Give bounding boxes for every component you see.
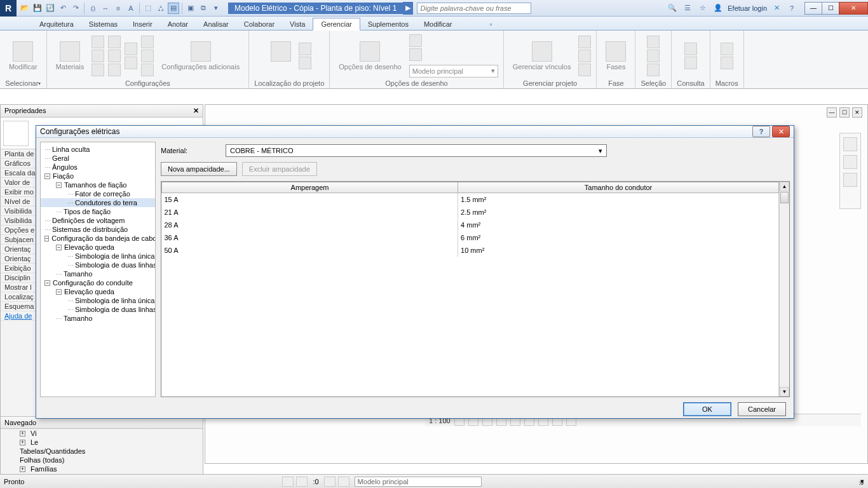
grid-scrollbar[interactable]: ▲ ▼ — [779, 182, 789, 396]
expand-icon[interactable]: − — [44, 173, 50, 179]
project-info-icon[interactable] — [92, 64, 104, 76]
col-conductor-size[interactable]: Tamanho do condutor — [458, 182, 779, 193]
tree-node[interactable]: ⋯Tipos de fiação — [41, 207, 155, 216]
help-icon[interactable]: ? — [786, 3, 797, 14]
coords-icon[interactable] — [299, 43, 311, 55]
browser-item[interactable]: Folhas (todas) — [1, 456, 203, 464]
main-model-combo[interactable]: Modelo principal▾ — [409, 65, 498, 78]
tree-node[interactable]: −Fiação — [41, 172, 155, 180]
panel-template-icon[interactable] — [141, 64, 154, 76]
tree-node[interactable]: ⋯Geral — [41, 154, 155, 163]
grid-row[interactable]: 36 A6 mm² — [162, 231, 779, 244]
align-icon[interactable]: ≡ — [112, 3, 124, 14]
expand-icon[interactable]: − — [56, 182, 62, 188]
login-link[interactable]: Efetuar login — [728, 4, 767, 12]
ok-button[interactable]: OK — [683, 402, 731, 416]
expand-icon[interactable]: − — [44, 236, 49, 241]
view-minimize-icon[interactable]: — — [827, 107, 837, 118]
manage-images-icon[interactable] — [578, 36, 591, 48]
dimension-icon[interactable]: ↔ — [100, 3, 111, 14]
selection-icon-3[interactable] — [647, 64, 660, 76]
tab-suplementos[interactable]: Suplementos — [360, 18, 416, 30]
open-icon[interactable]: 📂 — [19, 3, 31, 14]
cell-conductor-size[interactable]: 1.5 mm² — [458, 193, 779, 206]
maximize-button[interactable]: ☐ — [822, 2, 839, 15]
purge-icon[interactable] — [125, 43, 137, 55]
tree-node[interactable]: ⋯Fator de correção — [41, 189, 155, 198]
tab-sistemas[interactable]: Sistemas — [81, 18, 125, 30]
cancel-button[interactable]: Cancelar — [738, 402, 786, 416]
search-input[interactable] — [417, 3, 531, 14]
browser-item[interactable]: +Le — [1, 438, 203, 447]
workset-icon[interactable] — [282, 477, 294, 487]
design-option-status-icon[interactable] — [338, 477, 349, 487]
tree-node[interactable]: −Tamanhos de fiação — [41, 180, 155, 189]
tab-inserir[interactable]: Inserir — [125, 18, 160, 30]
tree-node[interactable]: ⋯Simbologia de linha única — [41, 252, 155, 261]
exchange-icon[interactable]: ✕ — [771, 3, 782, 14]
tree-node[interactable]: −Elevação queda — [41, 243, 155, 252]
pick-to-edit-icon[interactable] — [409, 48, 422, 61]
position-icon[interactable] — [299, 57, 311, 69]
expand-icon[interactable]: − — [56, 289, 62, 295]
expand-icon[interactable]: + — [20, 440, 25, 445]
macro-manager-icon[interactable] — [721, 43, 733, 55]
scroll-up-icon[interactable]: ▲ — [780, 182, 789, 191]
tab-anotar[interactable]: Anotar — [160, 18, 196, 30]
selection-icon-2[interactable] — [647, 50, 660, 62]
settings-tree[interactable]: ⋯Linha oculta⋯Geral⋯Ângulos−Fiação−Taman… — [40, 142, 156, 397]
tab-vista[interactable]: Vista — [282, 18, 313, 30]
tab-arquitetura[interactable]: Arquitetura — [32, 18, 81, 30]
sync-icon[interactable]: 🔃 — [44, 3, 56, 14]
doc-nav-next[interactable]: ▶ — [403, 2, 413, 15]
browser-item[interactable]: +Vi — [1, 429, 203, 438]
cell-conductor-size[interactable]: 4 mm² — [458, 219, 779, 231]
grid-row[interactable]: 28 A4 mm² — [162, 219, 779, 231]
new-ampacity-button[interactable]: Nova ampacidade... — [161, 162, 237, 176]
starting-view-icon[interactable] — [578, 64, 591, 76]
object-styles-icon[interactable] — [92, 36, 104, 48]
text-icon[interactable]: A — [125, 3, 137, 14]
search-icon[interactable]: 🔍 — [667, 3, 678, 14]
grid-row[interactable]: 50 A10 mm² — [162, 244, 779, 257]
expand-icon[interactable]: + — [20, 466, 25, 472]
undo-icon[interactable]: ↶ — [57, 3, 69, 14]
tab-analisar[interactable]: Analisar — [196, 18, 236, 30]
transfer-icon[interactable] — [108, 64, 121, 76]
close-windows-icon[interactable]: ▣ — [185, 3, 196, 14]
tree-node[interactable]: −Configuração da bandeja de cabos — [41, 234, 155, 243]
tab-gerenciar[interactable]: Gerenciar — [313, 18, 360, 30]
tree-node[interactable]: ⋯Tamanho — [41, 314, 155, 323]
tree-node[interactable]: ⋯Simbologia de duas linhas — [41, 261, 155, 269]
editable-only-icon[interactable] — [296, 477, 308, 487]
communication-icon[interactable]: ☰ — [682, 3, 693, 14]
col-amperage[interactable]: Amperagem — [162, 182, 458, 193]
expand-icon[interactable]: + — [20, 431, 25, 437]
thinlines-icon[interactable]: ▤ — [168, 3, 179, 14]
tree-node[interactable]: ⋯Sistemas de distribuição — [41, 225, 155, 234]
materials-button[interactable]: Materiais — [52, 40, 88, 72]
app-logo[interactable]: R — [0, 0, 17, 17]
cell-conductor-size[interactable]: 2.5 mm² — [458, 206, 779, 219]
add-to-set-icon[interactable] — [409, 34, 422, 47]
units-icon[interactable] — [125, 57, 137, 69]
view-restore-icon[interactable]: ☐ — [839, 107, 850, 118]
struct-settings-icon[interactable] — [141, 36, 154, 48]
favorite-icon[interactable]: ☆ — [697, 3, 709, 14]
tree-node[interactable]: ⋯Simbologia de duas linhas — [41, 305, 155, 314]
design-options-button[interactable]: Opções de desenho — [335, 40, 405, 72]
section-icon[interactable]: ⛼ — [155, 3, 166, 14]
snaps-icon[interactable] — [92, 50, 104, 62]
ids-icon[interactable] — [684, 43, 697, 55]
mep-settings-icon[interactable] — [141, 50, 154, 62]
tree-node[interactable]: ⋯Condutores do terra — [41, 198, 155, 207]
tree-node[interactable]: −Configuração do conduíte — [41, 278, 155, 287]
minimize-button[interactable]: — — [804, 2, 822, 15]
dialog-titlebar[interactable]: Configurações elétricas ? ✕ — [36, 126, 794, 138]
expand-icon[interactable]: − — [44, 280, 50, 286]
active-workset-icon[interactable] — [324, 477, 336, 487]
phases-button[interactable]: Fases — [602, 40, 630, 72]
grid-row[interactable]: 15 A1.5 mm² — [162, 193, 779, 206]
nav-wheel-icon[interactable] — [843, 137, 857, 151]
cell-amperage[interactable]: 36 A — [162, 231, 458, 244]
